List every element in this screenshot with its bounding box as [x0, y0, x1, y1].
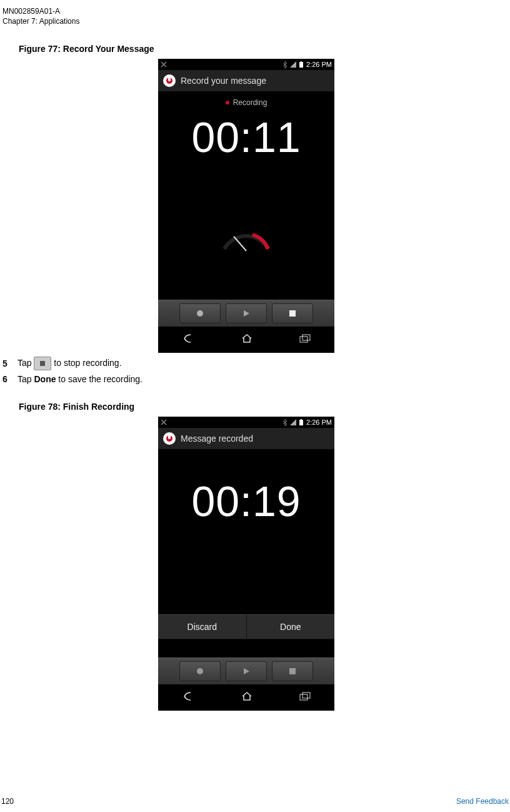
- figure-caption: Figure 78: Finish Recording: [19, 402, 491, 412]
- running-header: MN002859A01-A Chapter 7: Applications: [2, 6, 491, 26]
- titlebar-text: Record your message: [181, 76, 266, 86]
- discard-button[interactable]: Discard: [158, 614, 246, 639]
- done-keyword: Done: [34, 374, 56, 384]
- bluetooth-icon: [282, 419, 288, 426]
- chapter-label: Chapter 7: Applications: [2, 16, 491, 26]
- signal-icon: [290, 419, 296, 425]
- page-number: 120: [1, 797, 14, 806]
- recorder-app-icon: [163, 432, 176, 445]
- play-button[interactable]: [226, 661, 267, 681]
- stop-button[interactable]: [272, 661, 313, 681]
- figure-caption: Figure 77: Record Your Message: [19, 44, 491, 54]
- discard-done-row: Discard Done: [158, 614, 334, 639]
- battery-icon: [299, 61, 304, 68]
- svg-rect-0: [299, 62, 303, 68]
- system-navbar: [158, 327, 334, 353]
- step-number: 5: [2, 358, 11, 368]
- svg-rect-11: [300, 694, 308, 700]
- svg-point-3: [197, 310, 203, 317]
- svg-rect-5: [300, 337, 308, 342]
- record-button[interactable]: [179, 661, 221, 681]
- page-footer: 120 Send Feedback: [1, 797, 509, 806]
- step-text: Tap: [18, 374, 32, 384]
- back-icon[interactable]: [182, 691, 194, 704]
- svg-rect-10: [289, 668, 296, 674]
- doc-id: MN002859A01-A: [2, 6, 491, 16]
- record-button[interactable]: [179, 303, 221, 323]
- phone-screenshot-recorded: 2:26 PM Message recorded 00:19 Discard D…: [158, 417, 334, 711]
- recorder-controls: [158, 657, 334, 684]
- done-button[interactable]: Done: [246, 614, 335, 639]
- figure-container: 2:26 PM Message recorded 00:19 Discard D…: [1, 417, 491, 711]
- step-6: 6 Tap Done to save the recording.: [2, 374, 491, 384]
- status-no-sim-icon: [161, 419, 167, 425]
- step-text: to save the recording.: [58, 374, 142, 384]
- svg-rect-7: [299, 420, 303, 425]
- battery-icon: [299, 419, 304, 426]
- phone-screenshot-recording: 2:26 PM Record your message Recording 00…: [158, 59, 334, 353]
- vu-meter-icon: [158, 227, 334, 252]
- app-titlebar: Message recorded: [158, 428, 334, 450]
- step-5: 5 Tap to stop recording.: [2, 357, 491, 370]
- home-icon[interactable]: [241, 691, 252, 704]
- back-icon[interactable]: [182, 333, 194, 346]
- figure-container: 2:26 PM Record your message Recording 00…: [1, 59, 491, 353]
- play-button[interactable]: [226, 303, 267, 323]
- svg-point-9: [197, 668, 203, 674]
- step-number: 6: [2, 374, 11, 384]
- recording-timer: 00:11: [158, 111, 334, 158]
- svg-rect-6: [302, 335, 310, 340]
- system-navbar: [158, 684, 334, 711]
- recorder-controls: [158, 300, 334, 327]
- svg-rect-12: [302, 693, 310, 698]
- recorder-app-icon: [163, 74, 176, 87]
- stop-button[interactable]: [272, 303, 313, 323]
- signal-icon: [290, 61, 296, 68]
- svg-rect-8: [301, 419, 302, 420]
- document-page: MN002859A01-A Chapter 7: Applications Fi…: [0, 0, 510, 812]
- recording-status: Recording: [158, 92, 334, 111]
- status-bar: 2:26 PM: [158, 417, 334, 428]
- step-text: Tap: [18, 358, 32, 368]
- recent-apps-icon[interactable]: [299, 334, 311, 345]
- home-icon[interactable]: [241, 333, 252, 346]
- status-no-sim-icon: [161, 61, 167, 68]
- svg-rect-1: [301, 61, 302, 62]
- recording-dot-icon: [226, 101, 229, 104]
- recording-timer: 00:19: [158, 475, 334, 522]
- status-clock: 2:26 PM: [306, 61, 332, 68]
- recent-apps-icon[interactable]: [299, 692, 311, 703]
- bluetooth-icon: [282, 61, 288, 68]
- app-titlebar: Record your message: [158, 70, 334, 92]
- titlebar-text: Message recorded: [181, 434, 253, 444]
- svg-rect-4: [289, 310, 296, 317]
- stop-button-inline-icon: [34, 357, 51, 370]
- send-feedback-link[interactable]: Send Feedback: [456, 797, 509, 806]
- step-text: to stop recording.: [54, 358, 121, 368]
- recording-label: Recording: [233, 98, 268, 107]
- status-bar: 2:26 PM: [158, 59, 334, 70]
- status-clock: 2:26 PM: [306, 419, 332, 426]
